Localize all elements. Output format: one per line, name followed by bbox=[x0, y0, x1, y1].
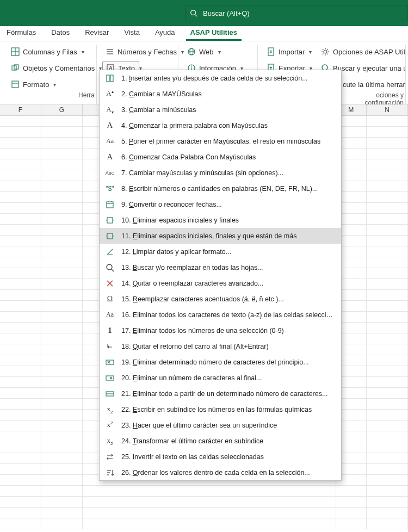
cell[interactable] bbox=[0, 377, 41, 388]
cell[interactable] bbox=[41, 214, 83, 225]
column-header[interactable]: F bbox=[0, 104, 41, 115]
cell[interactable] bbox=[0, 116, 41, 127]
cell[interactable] bbox=[367, 127, 408, 138]
tab-datos[interactable]: Datos bbox=[47, 26, 74, 41]
menu-item-13[interactable]: 13. Buscar y/o reemplazar en todas las h… bbox=[100, 259, 341, 275]
cell[interactable] bbox=[367, 181, 408, 192]
cell[interactable] bbox=[0, 442, 41, 453]
cell[interactable] bbox=[367, 366, 408, 377]
menu-item-2[interactable]: A▴2. Cambiar a MAYÚSculas bbox=[100, 86, 341, 102]
cell[interactable] bbox=[0, 225, 41, 236]
menu-item-24[interactable]: x224. Transformar el último carácter en … bbox=[100, 433, 341, 449]
cell[interactable] bbox=[0, 333, 41, 344]
cell[interactable] bbox=[367, 149, 408, 159]
cell[interactable] bbox=[367, 420, 408, 431]
cell[interactable] bbox=[367, 475, 408, 486]
cell[interactable] bbox=[367, 344, 408, 355]
cell[interactable] bbox=[41, 268, 83, 279]
table-row[interactable] bbox=[0, 486, 408, 497]
cell[interactable] bbox=[41, 159, 83, 170]
cell[interactable] bbox=[41, 312, 83, 323]
cell[interactable] bbox=[367, 159, 408, 170]
cell[interactable] bbox=[41, 410, 83, 420]
cell[interactable] bbox=[336, 497, 367, 508]
cell[interactable] bbox=[41, 225, 83, 236]
cell[interactable] bbox=[367, 431, 408, 442]
cell[interactable] bbox=[367, 355, 408, 366]
column-header[interactable]: G bbox=[41, 104, 83, 115]
cell[interactable] bbox=[41, 453, 83, 464]
cell[interactable] bbox=[41, 508, 83, 518]
cell[interactable] bbox=[336, 518, 367, 529]
menu-item-8[interactable]: "$"8. Escribir números o cantidades en p… bbox=[100, 181, 341, 196]
cell[interactable] bbox=[0, 431, 41, 442]
texto-dropdown-menu[interactable]: 1. Insertar antes y/u después de cada ce… bbox=[99, 70, 342, 481]
cell[interactable] bbox=[367, 257, 408, 268]
cell[interactable] bbox=[41, 377, 83, 388]
cell[interactable] bbox=[83, 486, 336, 497]
cell[interactable] bbox=[41, 127, 83, 138]
cell[interactable] bbox=[367, 138, 408, 149]
cell[interactable] bbox=[367, 508, 408, 518]
cell[interactable] bbox=[83, 508, 336, 518]
cell[interactable] bbox=[41, 279, 83, 290]
menu-item-6[interactable]: A6. Comenzar Cada Palabra Con Mayúsculas bbox=[100, 149, 341, 165]
cell[interactable] bbox=[41, 149, 83, 159]
menu-item-19[interactable]: 19. Eliminar determinado número de carac… bbox=[100, 354, 341, 370]
table-row[interactable] bbox=[0, 508, 408, 518]
btn-numeros-fechas[interactable]: Números y Fechas ▾ bbox=[102, 45, 172, 59]
tab-vista[interactable]: Vista bbox=[120, 26, 144, 41]
cell[interactable] bbox=[41, 518, 83, 529]
cell[interactable] bbox=[41, 323, 83, 333]
cell[interactable] bbox=[367, 192, 408, 203]
cell[interactable] bbox=[0, 246, 41, 257]
menu-item-1[interactable]: 1. Insertar antes y/u después de cada ce… bbox=[100, 70, 341, 86]
table-row[interactable] bbox=[0, 518, 408, 529]
menu-item-3[interactable]: A▾3. Cambiar a minúsculas bbox=[100, 102, 341, 117]
cell[interactable] bbox=[0, 366, 41, 377]
menu-item-9[interactable]: 9. Convertir o reconocer fechas... bbox=[100, 196, 341, 212]
cell[interactable] bbox=[367, 497, 408, 508]
cell[interactable] bbox=[41, 431, 83, 442]
cell[interactable] bbox=[367, 388, 408, 399]
cell[interactable] bbox=[41, 290, 83, 301]
cell[interactable] bbox=[83, 497, 336, 508]
cell[interactable] bbox=[41, 236, 83, 246]
cell[interactable] bbox=[41, 203, 83, 214]
cell[interactable] bbox=[41, 170, 83, 181]
cell[interactable] bbox=[336, 486, 367, 497]
menu-item-11[interactable]: 11. Eliminar espacios iniciales, finales… bbox=[100, 228, 341, 244]
cell[interactable] bbox=[41, 333, 83, 344]
cell[interactable] bbox=[367, 323, 408, 333]
cell[interactable] bbox=[41, 138, 83, 149]
menu-item-22[interactable]: x222. Escribir en subíndice los números … bbox=[100, 401, 341, 417]
cell[interactable] bbox=[367, 236, 408, 246]
menu-item-20[interactable]: 20. Eliminar un número de caracteres al … bbox=[100, 370, 341, 386]
cell[interactable] bbox=[367, 377, 408, 388]
cell[interactable] bbox=[41, 366, 83, 377]
cell[interactable] bbox=[41, 464, 83, 475]
cell[interactable] bbox=[41, 192, 83, 203]
cell[interactable] bbox=[0, 138, 41, 149]
cell[interactable] bbox=[0, 268, 41, 279]
cell[interactable] bbox=[0, 170, 41, 181]
cell[interactable] bbox=[41, 442, 83, 453]
cell[interactable] bbox=[367, 214, 408, 225]
menu-item-15[interactable]: Ω15. Reemplazar caracteres acentuados (á… bbox=[100, 291, 341, 307]
menu-item-17[interactable]: 117. Eliminar todos los números de una s… bbox=[100, 323, 341, 338]
cell[interactable] bbox=[367, 268, 408, 279]
cell[interactable] bbox=[41, 344, 83, 355]
menu-item-26[interactable]: 26. Ordenar los valores dentro de cada c… bbox=[100, 465, 341, 480]
cell[interactable] bbox=[367, 279, 408, 290]
cell[interactable] bbox=[0, 355, 41, 366]
cell[interactable] bbox=[41, 399, 83, 410]
cell[interactable] bbox=[41, 355, 83, 366]
cell[interactable] bbox=[367, 399, 408, 410]
cell[interactable] bbox=[0, 410, 41, 420]
cell[interactable] bbox=[0, 301, 41, 312]
menu-item-12[interactable]: 12. Limpiar datos y aplicar formato... bbox=[100, 244, 341, 259]
table-row[interactable] bbox=[0, 497, 408, 508]
cell[interactable] bbox=[367, 301, 408, 312]
cell[interactable] bbox=[367, 486, 408, 497]
cell[interactable] bbox=[0, 399, 41, 410]
